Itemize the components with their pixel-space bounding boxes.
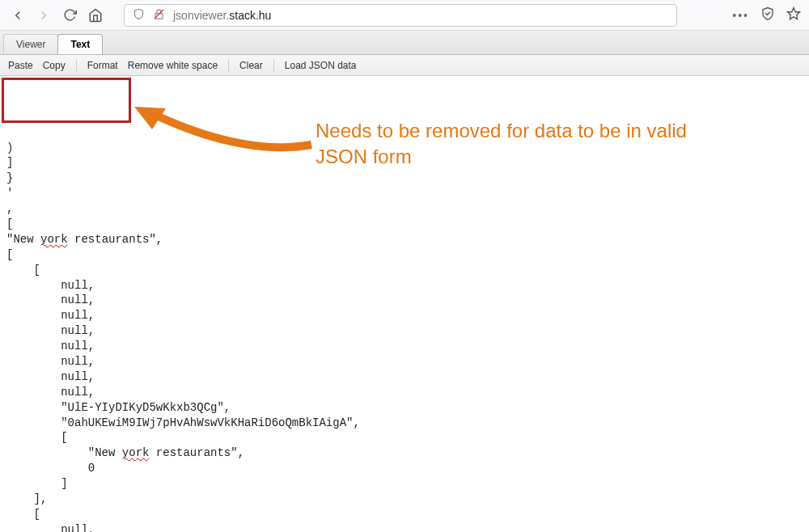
copy-button[interactable]: Copy <box>40 58 69 73</box>
address-bar[interactable]: jsonviewer.stack.hu <box>124 4 677 27</box>
bookmark-star-icon[interactable] <box>786 6 801 23</box>
forward-button[interactable] <box>34 6 53 25</box>
browser-toolbar: jsonviewer.stack.hu ••• <box>0 0 809 31</box>
paste-button[interactable]: Paste <box>5 58 36 73</box>
remove-white-space-button[interactable]: Remove white space <box>125 58 221 73</box>
pocket-icon[interactable] <box>760 6 775 23</box>
browser-right-icons: ••• <box>732 6 801 23</box>
action-toolbar: Paste Copy Format Remove white space Cle… <box>0 55 809 76</box>
lock-strikethrough-icon <box>153 8 165 23</box>
svg-marker-2 <box>134 107 166 129</box>
url-text: jsonviewer.stack.hu <box>173 9 668 22</box>
shield-icon <box>133 8 145 23</box>
home-button[interactable] <box>86 6 105 25</box>
tab-text[interactable]: Text <box>57 34 103 54</box>
separator <box>273 59 274 72</box>
format-button[interactable]: Format <box>84 58 121 73</box>
separator <box>76 59 77 72</box>
text-editor[interactable]: Needs to be removed for data to be in va… <box>0 76 809 532</box>
back-button[interactable] <box>8 6 28 25</box>
reload-button[interactable] <box>60 6 79 25</box>
clear-button[interactable]: Clear <box>236 58 266 73</box>
tab-viewer[interactable]: Viewer <box>3 34 58 54</box>
separator <box>228 59 229 72</box>
highlight-rectangle <box>2 78 131 123</box>
code-content: ) ] } ' , [ "New york restaurants", [ [ … <box>6 141 803 532</box>
load-json-button[interactable]: Load JSON data <box>282 58 360 73</box>
tab-strip: Viewer Text <box>0 31 809 55</box>
svg-marker-1 <box>788 8 800 19</box>
annotation-text: Needs to be removed for data to be in va… <box>316 118 736 171</box>
menu-dots-icon[interactable]: ••• <box>732 9 749 22</box>
